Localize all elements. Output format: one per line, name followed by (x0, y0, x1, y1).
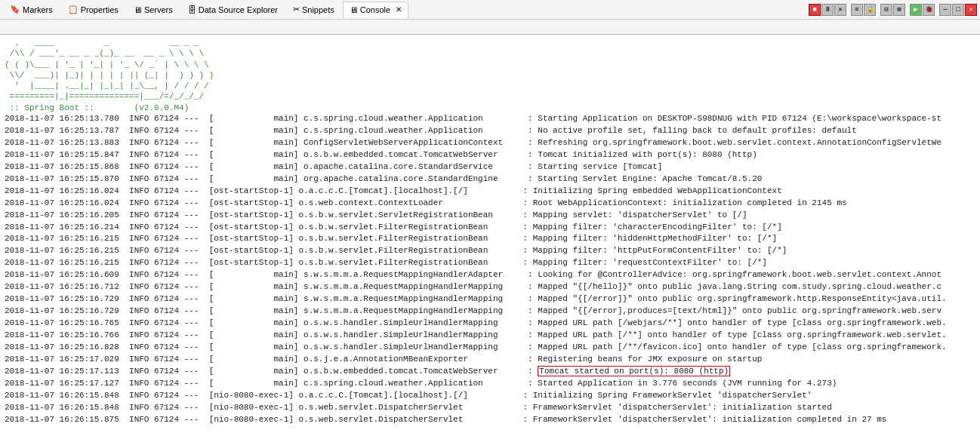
terminate-button[interactable]: ✕ (834, 4, 846, 16)
log-line: 2018-11-07 16:26:15.848 INFO 67124 --- [… (5, 390, 975, 402)
log-line: 2018-11-07 16:25:16.024 INFO 67124 --- [… (5, 186, 975, 198)
datasource-icon: 🗄 (188, 5, 196, 14)
log-line: 2018-11-07 16:25:13.883 INFO 67124 --- [… (5, 137, 975, 149)
log-line: 2018-11-07 16:25:16.024 INFO 67124 --- [… (5, 198, 975, 210)
log-line: 2018-11-07 16:25:17.127 INFO 67124 --- [… (5, 378, 975, 390)
console-icon: 🖥 (350, 5, 358, 14)
log-line: 2018-11-07 16:26:15.848 INFO 67124 --- [… (5, 402, 975, 414)
log-line: 2018-11-07 16:25:16.215 INFO 67124 --- [… (5, 245, 975, 257)
log-line: 2018-11-07 16:25:16.609 INFO 67124 --- [… (5, 269, 975, 281)
window-controls: ■ ⏸ ✕ ≡ 🔒 ⊟ ⊞ ▶ 🐞 — □ ✕ (809, 4, 977, 16)
servers-icon: 🖥 (134, 5, 142, 14)
spring-logo: . ____ _ __ _ _ /\\ / ___'_ __ _ _(_)_ _… (5, 38, 975, 113)
debug-button[interactable]: 🐞 (923, 4, 935, 16)
snippets-icon: ✂ (293, 5, 300, 14)
log-line: 2018-11-07 16:25:16.205 INFO 67124 --- [… (5, 210, 975, 222)
log-line: 2018-11-07 16:25:16.828 INFO 67124 --- [… (5, 342, 975, 354)
log-line: 2018-11-07 16:25:16.765 INFO 67124 --- [… (5, 318, 975, 330)
log-line: 2018-11-07 16:25:16.214 INFO 67124 --- [… (5, 222, 975, 234)
log-line: 2018-11-07 16:25:16.215 INFO 67124 --- [… (5, 233, 975, 245)
console-output[interactable]: . ____ _ __ _ _ /\\ / ___'_ __ _ _(_)_ _… (0, 35, 980, 439)
stop-button[interactable]: ■ (809, 4, 821, 16)
log-line: 2018-11-07 16:25:16.766 INFO 67124 --- [… (5, 330, 975, 342)
log-line: 2018-11-07 16:25:16.729 INFO 67124 --- [… (5, 305, 975, 318)
tab-snippets[interactable]: ✂ Snippets (286, 2, 341, 18)
log-line: 2018-11-07 16:25:15.870 INFO 67124 --- [… (5, 173, 975, 186)
log-line: 2018-11-07 16:25:15.868 INFO 67124 --- [… (5, 161, 975, 173)
run-button[interactable]: ▶ (910, 4, 922, 16)
tab-markers[interactable]: 🔖 Markers (3, 2, 60, 18)
tab-console-label: Console (360, 5, 390, 14)
pause-button[interactable]: ⏸ (821, 4, 834, 16)
minimize-button[interactable]: — (939, 4, 951, 16)
tab-datasource[interactable]: 🗄 Data Source Explorer (181, 2, 285, 18)
log-line: 2018-11-07 16:25:16.712 INFO 67124 --- [… (5, 281, 975, 293)
properties-icon: 📋 (68, 5, 79, 14)
log-line: 2018-11-07 16:25:13.787 INFO 67124 --- [… (5, 125, 975, 137)
tab-snippets-label: Snippets (302, 5, 334, 14)
log-line: 2018-11-07 16:25:17.113 INFO 67124 --- [… (5, 366, 975, 378)
tab-markers-label: Markers (23, 5, 53, 14)
tab-servers[interactable]: 🖥 Servers (127, 2, 180, 18)
statusbar (0, 20, 980, 35)
tab-properties-label: Properties (81, 5, 119, 14)
console-area: . ____ _ __ _ _ /\\ / ___'_ __ _ _(_)_ _… (0, 35, 980, 439)
tab-servers-label: Servers (144, 5, 173, 14)
toolbar: 🔖 Markers 📋 Properties 🖥 Servers 🗄 Data … (0, 0, 980, 20)
markers-icon: 🔖 (10, 5, 20, 14)
scroll-lock-button[interactable]: 🔒 (864, 4, 876, 16)
layout-button[interactable]: ⊞ (893, 4, 905, 16)
log-line: 2018-11-07 16:25:17.029 INFO 67124 --- [… (5, 354, 975, 366)
log-line: 2018-11-07 16:26:15.875 INFO 67124 --- [… (5, 414, 975, 426)
tab-properties[interactable]: 📋 Properties (61, 2, 125, 18)
clear-button[interactable]: ≡ (851, 4, 863, 16)
log-line: 2018-11-07 16:25:13.780 INFO 67124 --- [… (5, 113, 975, 125)
log-line: 2018-11-07 16:25:16.215 INFO 67124 --- [… (5, 257, 975, 269)
close-window-button[interactable]: ✕ (965, 4, 977, 16)
log-line: 2018-11-07 16:25:16.729 INFO 67124 --- [… (5, 293, 975, 305)
tab-console[interactable]: 🖥 Console ✕ (343, 2, 408, 18)
tab-datasource-label: Data Source Explorer (199, 5, 278, 14)
maximize-button[interactable]: □ (952, 4, 964, 16)
log-line: 2018-11-07 16:25:15.847 INFO 67124 --- [… (5, 149, 975, 161)
view-button[interactable]: ⊟ (880, 4, 892, 16)
highlighted-text: Tomcat started on port(s): 8080 (http) (538, 366, 730, 376)
close-icon[interactable]: ✕ (396, 5, 402, 14)
